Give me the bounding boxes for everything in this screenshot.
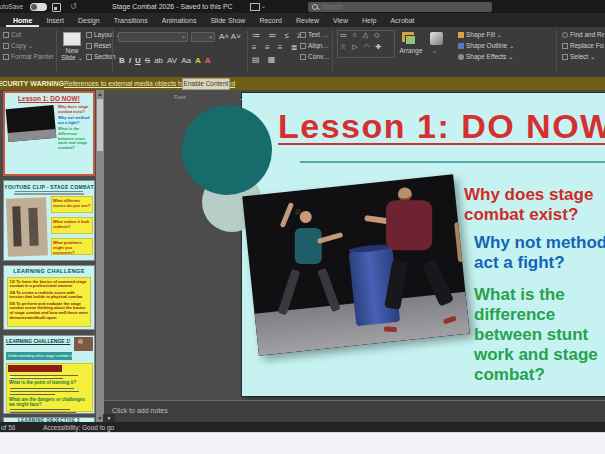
- tab-review[interactable]: Review: [289, 17, 326, 27]
- section-button[interactable]: Section ⌄: [86, 53, 123, 61]
- search-icon: [312, 4, 318, 10]
- thumb2-note2: What makes it look realistic?: [52, 218, 92, 230]
- save-icon[interactable]: [52, 3, 61, 12]
- tab-slide-show[interactable]: Slide Show: [203, 17, 252, 27]
- slide-thumbnail-2[interactable]: YOUTUBE CLIP - STAGE COMBAT What differe…: [3, 180, 95, 261]
- security-warning-bar: SECURITY WARNING References to external …: [0, 77, 605, 90]
- tab-transitions[interactable]: Transitions: [107, 17, 155, 27]
- change-case-button[interactable]: Aa: [181, 56, 191, 65]
- reset-button[interactable]: Reset: [86, 42, 111, 49]
- font-grow-shrink-icons[interactable]: A˄ A˅: [219, 32, 241, 41]
- security-warning-title: SECURITY WARNING: [0, 80, 64, 87]
- shape-outline-button[interactable]: Shape Outline ⌄: [458, 42, 514, 50]
- layout-button[interactable]: Layout ⌄: [86, 31, 121, 39]
- thumbnail-scrollbar[interactable]: ▲ ▼: [96, 90, 104, 422]
- shape-fill-button[interactable]: Shape Fill ⌄: [458, 31, 502, 39]
- performer-left: [299, 210, 312, 223]
- tab-home[interactable]: Home: [6, 17, 39, 27]
- notes-panel[interactable]: Click to add notes: [104, 400, 605, 423]
- thumb4-section3: What are the dangers or challenges we mi…: [9, 397, 89, 407]
- font-color-button[interactable]: A: [205, 56, 211, 65]
- thumb1-title: Lesson 1: DO NOW!: [5, 95, 93, 102]
- list-indent-icons[interactable]: ≔ ≕ ≤ ≥: [252, 31, 304, 40]
- bold-button[interactable]: B: [119, 56, 125, 65]
- tab-view[interactable]: View: [326, 17, 355, 27]
- thumb3-title: LEARNING CHALLENGE: [4, 268, 94, 274]
- shape-effects-button[interactable]: Shape Effects ⌄: [458, 53, 514, 61]
- enable-content-button[interactable]: Enable Content: [182, 78, 230, 90]
- thumb1-q2: Why not method act a fight?: [58, 116, 94, 125]
- thumb4-subtitle: Understanding what stage combat is: [6, 352, 72, 359]
- quick-styles-icon[interactable]: [430, 32, 443, 45]
- font-size-combo[interactable]: [191, 32, 215, 42]
- slide-question-1[interactable]: Why does stage combat exist?: [464, 185, 605, 225]
- copy-button[interactable]: Copy ⌄: [3, 42, 33, 50]
- thumb2-title: YOUTUBE CLIP - STAGE COMBAT: [4, 184, 94, 190]
- slide-number-indicator: of 56: [1, 424, 15, 431]
- replace-button[interactable]: Replace Fon...: [562, 42, 604, 49]
- scrollbar-thumb[interactable]: [97, 99, 103, 151]
- new-slide-button[interactable]: New Slide ⌄: [59, 47, 85, 61]
- search-input[interactable]: [322, 2, 482, 12]
- shape-icons-row2: ☆ ▷ ◠ ✚: [340, 43, 383, 51]
- strikethrough-button[interactable]: S: [145, 56, 150, 65]
- display-settings-icon[interactable]: [250, 3, 260, 11]
- shapes-gallery[interactable]: ▭ ○ △ ◇ ☆ ▷ ◠ ✚: [337, 30, 395, 58]
- autosave-toggle[interactable]: [30, 3, 47, 11]
- font-name-combo[interactable]: [118, 32, 188, 42]
- tab-animations[interactable]: Animations: [155, 17, 204, 27]
- underline-button[interactable]: U: [135, 56, 141, 65]
- thumb4-section2: What is the point of learning it?: [9, 380, 89, 385]
- format-painter-button[interactable]: Format Painter: [3, 53, 54, 60]
- tab-record[interactable]: Record: [252, 17, 289, 27]
- slide-question-3[interactable]: What is the difference between stunt wor…: [474, 285, 605, 385]
- windows-taskbar: W P: [0, 432, 605, 454]
- thumb3-objective2: 3/4 To create a realistic scene with ten…: [10, 291, 89, 300]
- thumb2-note3: What problems might you encounter?: [52, 239, 92, 256]
- ribbon-search-box[interactable]: [308, 2, 492, 12]
- slide-question-2[interactable]: Why not method act a fight?: [474, 233, 605, 273]
- slide-canvas[interactable]: Lesson 1: DO NOW! Why does stage combat …: [242, 93, 605, 396]
- slide-thumbnail-1[interactable]: Lesson 1: DO NOW! Why does stage combat …: [3, 91, 95, 176]
- align-text-button[interactable]: Align Text: [300, 42, 330, 49]
- quick-styles-chevron-icon[interactable]: ⌄: [432, 47, 437, 54]
- columns-icons[interactable]: ▤ ▦: [252, 55, 278, 64]
- tab-design[interactable]: Design: [71, 17, 107, 27]
- italic-button[interactable]: I: [129, 56, 131, 65]
- ribbon-tab-row: Home Insert Design Transitions Animation…: [0, 13, 605, 27]
- title-bar: AutoSave ↺ Stage Combat 2026 - Saved to …: [0, 0, 605, 13]
- cut-button[interactable]: Cut: [3, 31, 21, 38]
- title-rule: [300, 161, 605, 163]
- thumb1-q3: What is the difference between stunt wor…: [58, 127, 94, 150]
- new-slide-icon[interactable]: [63, 32, 81, 46]
- arrange-button[interactable]: Arrange: [398, 47, 424, 54]
- character-spacing-button[interactable]: AV: [167, 56, 177, 65]
- undo-icon[interactable]: ↺: [70, 2, 77, 11]
- slide-photo[interactable]: [242, 174, 470, 355]
- tab-insert[interactable]: Insert: [39, 17, 71, 27]
- convert-smartart-button[interactable]: Convert to SmartArt: [300, 53, 330, 60]
- notes-placeholder[interactable]: Click to add notes: [112, 407, 168, 414]
- panel-collapse-button[interactable]: ▼: [103, 414, 115, 422]
- arrange-icon[interactable]: [402, 32, 414, 42]
- thumb4-title: LEARNING CHALLENGE 1!: [6, 338, 70, 344]
- powerpoint-window: AutoSave ↺ Stage Combat 2026 - Saved to …: [0, 0, 605, 454]
- scroll-up-icon[interactable]: ▲: [96, 91, 104, 97]
- decor-circle-teal: [182, 105, 272, 195]
- accessibility-status[interactable]: Accessibility: Good to go: [43, 424, 114, 431]
- font-group-label: Font: [157, 94, 203, 100]
- slide-thumbnail-3[interactable]: LEARNING CHALLENGE 1/2 To learn the basi…: [3, 265, 95, 330]
- thumb4-photo: [74, 337, 93, 351]
- tab-help[interactable]: Help: [355, 17, 383, 27]
- select-button[interactable]: Select ⌄: [562, 53, 604, 61]
- find-button[interactable]: Find and Rep...: [562, 31, 604, 38]
- align-icons[interactable]: ≡ ≡ ≡ ≣: [252, 43, 300, 52]
- chevron-down-icon[interactable]: ⌄: [261, 2, 266, 9]
- text-shadow-button[interactable]: ab: [154, 56, 163, 65]
- tab-acrobat[interactable]: Acrobat: [383, 17, 421, 27]
- highlight-color-button[interactable]: A: [195, 56, 201, 65]
- text-direction-button[interactable]: Text Direction: [300, 31, 330, 38]
- slide-thumbnail-4[interactable]: LEARNING CHALLENGE 1! Understanding what…: [3, 335, 95, 414]
- slide-title[interactable]: Lesson 1: DO NOW!: [278, 107, 605, 146]
- document-title: Stage Combat 2026 - Saved to this PC: [112, 3, 233, 10]
